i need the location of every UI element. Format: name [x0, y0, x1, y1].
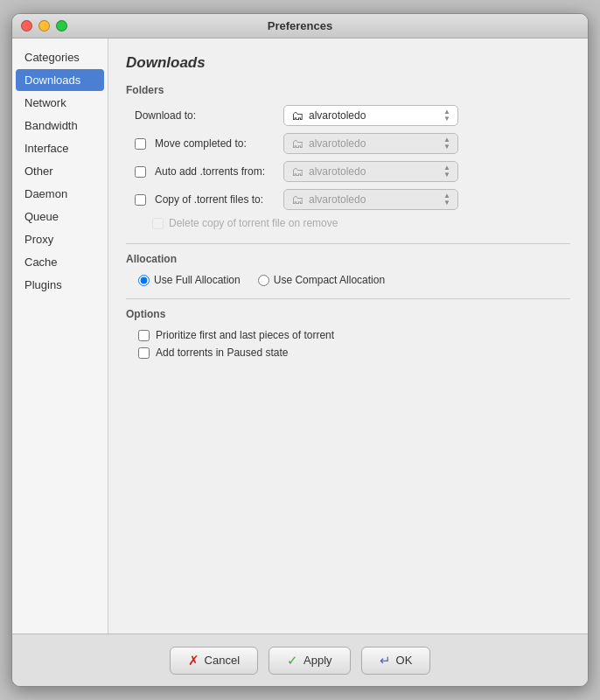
sidebar-item-proxy[interactable]: Proxy [16, 228, 104, 250]
move-completed-select: 🗂 alvarotoledo ▲▼ [283, 133, 458, 154]
spinner-2: ▲▼ [443, 136, 450, 150]
compact-allocation-option: Use Compact Allocation [258, 274, 385, 286]
sidebar-item-bandwidth[interactable]: Bandwidth [16, 115, 104, 136]
auto-add-value: alvarotoledo [309, 165, 366, 178]
window-title: Preferences [268, 19, 332, 32]
sidebar-item-cache[interactable]: Cache [16, 251, 104, 273]
move-completed-checkbox[interactable] [135, 138, 146, 150]
close-button[interactable] [21, 20, 32, 32]
apply-icon: ✓ [287, 653, 298, 668]
compact-allocation-radio[interactable] [258, 275, 269, 286]
delete-copy-row: Delete copy of torrent file on remove [126, 217, 570, 229]
sidebar-item-other[interactable]: Other [16, 160, 104, 182]
full-allocation-radio[interactable] [138, 275, 150, 286]
compact-allocation-label: Use Compact Allocation [274, 274, 385, 286]
copy-torrent-value: alvarotoledo [309, 193, 366, 206]
ok-button[interactable]: ↵ OK [361, 647, 431, 675]
download-to-value: alvarotoledo [309, 109, 366, 122]
sidebar: Categories Downloads Network Bandwidth I… [12, 38, 108, 634]
sidebar-item-downloads[interactable]: Downloads [16, 69, 104, 91]
sidebar-item-daemon[interactable]: Daemon [16, 183, 104, 205]
allocation-radio-group: Use Full Allocation Use Compact Allocati… [126, 274, 570, 286]
download-to-label: Download to: [135, 109, 283, 122]
copy-torrent-label: Copy of .torrent files to: [135, 193, 283, 206]
sidebar-item-interface[interactable]: Interface [16, 137, 104, 159]
folder-icon-4: 🗂 [291, 192, 303, 206]
folder-icon: 🗂 [291, 108, 303, 122]
sidebar-item-plugins[interactable]: Plugins [16, 274, 104, 296]
cancel-icon: ✗ [188, 653, 199, 668]
spinner-arrows[interactable]: ▲▼ [443, 108, 450, 122]
paused-checkbox[interactable] [138, 347, 150, 359]
download-to-row: Download to: 🗂 alvarotoledo ▲▼ [126, 105, 570, 126]
folders-group-label: Folders [126, 84, 570, 96]
full-allocation-option: Use Full Allocation [138, 274, 241, 286]
minimize-button[interactable] [38, 20, 50, 32]
window-controls [21, 20, 67, 32]
folder-icon-3: 🗂 [291, 164, 303, 178]
paused-row: Add torrents in Paused state [126, 346, 570, 359]
move-completed-label: Move completed to: [135, 137, 283, 150]
titlebar: Preferences [12, 14, 588, 38]
auto-add-checkbox[interactable] [135, 166, 146, 178]
options-group: Options Prioritize first and last pieces… [126, 308, 570, 359]
main-content: Downloads Folders Download to: 🗂 alvarot… [108, 38, 588, 634]
ok-icon: ↵ [380, 653, 391, 668]
separator-2 [126, 298, 570, 299]
delete-copy-label: Delete copy of torrent file on remove [169, 217, 338, 229]
section-title: Downloads [126, 54, 570, 72]
spinner-3: ▲▼ [443, 164, 450, 178]
prioritize-row: Prioritize first and last pieces of torr… [126, 329, 570, 341]
maximize-button[interactable] [56, 20, 67, 32]
auto-add-row: Auto add .torrents from: 🗂 alvarotoledo … [126, 161, 570, 182]
cancel-label: Cancel [205, 654, 240, 667]
paused-label: Add torrents in Paused state [156, 346, 288, 359]
auto-add-label: Auto add .torrents from: [135, 165, 283, 178]
sidebar-item-network[interactable]: Network [16, 92, 104, 114]
move-completed-value: alvarotoledo [309, 137, 366, 150]
folder-icon-2: 🗂 [291, 136, 303, 150]
allocation-group-label: Allocation [126, 253, 570, 265]
full-allocation-label: Use Full Allocation [154, 274, 241, 286]
footer: ✗ Cancel ✓ Apply ↵ OK [12, 634, 588, 686]
copy-torrent-select: 🗂 alvarotoledo ▲▼ [283, 189, 458, 210]
spinner-4: ▲▼ [443, 192, 450, 206]
allocation-group: Allocation Use Full Allocation Use Compa… [126, 253, 570, 286]
download-to-select[interactable]: 🗂 alvarotoledo ▲▼ [283, 105, 458, 126]
cancel-button[interactable]: ✗ Cancel [170, 647, 258, 675]
move-completed-row: Move completed to: 🗂 alvarotoledo ▲▼ [126, 133, 570, 154]
apply-button[interactable]: ✓ Apply [269, 647, 351, 675]
prioritize-label: Prioritize first and last pieces of torr… [156, 329, 334, 341]
delete-copy-checkbox [152, 218, 164, 229]
sidebar-item-queue[interactable]: Queue [16, 206, 104, 228]
options-group-label: Options [126, 308, 570, 320]
auto-add-select: 🗂 alvarotoledo ▲▼ [283, 161, 458, 182]
copy-torrent-row: Copy of .torrent files to: 🗂 alvarotoled… [126, 189, 570, 210]
sidebar-item-categories[interactable]: Categories [16, 46, 104, 68]
content-area: Categories Downloads Network Bandwidth I… [12, 38, 588, 634]
apply-label: Apply [303, 654, 332, 667]
ok-label: OK [396, 654, 413, 667]
prioritize-checkbox[interactable] [138, 330, 150, 341]
separator-1 [126, 243, 570, 244]
copy-torrent-checkbox[interactable] [135, 194, 146, 206]
preferences-window: Preferences Categories Downloads Network… [11, 13, 589, 687]
folders-group: Folders Download to: 🗂 alvarotoledo ▲▼ [126, 84, 570, 229]
